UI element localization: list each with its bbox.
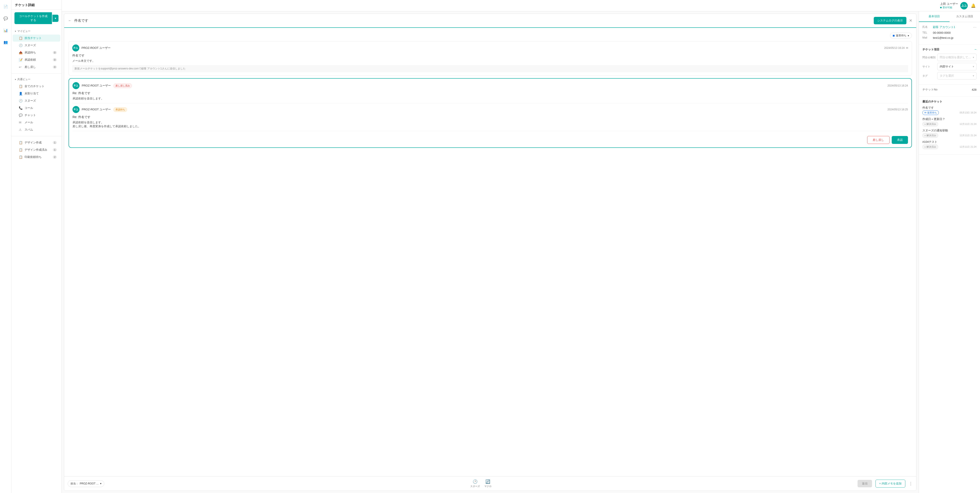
sidebar-item-rejected[interactable]: ↩ 差し戻し 0 xyxy=(13,64,60,70)
status-bar: 返答待ち ▾ xyxy=(68,31,912,41)
recent-ticket-2-date: 12月11日 21:24 xyxy=(959,122,977,126)
user-info: 上田 ユーザー 受付可能 上ユ xyxy=(940,2,968,10)
user-details: 上田 ユーザー 受付可能 xyxy=(940,2,958,9)
sidebar-item-assigned-tickets[interactable]: 📋 担当チケット xyxy=(13,35,60,41)
assignee-select[interactable]: 担当： PROZ-ROOT … ▾ xyxy=(68,480,104,487)
contact-name-row: 氏名 顧客 アカウント1 ⋯ xyxy=(923,25,977,29)
reply-message-1: Pユ PROZ-ROOT ユーザー 差し戻し済み 2024/05/13 16:2… xyxy=(73,82,908,103)
main-content: 上田 ユーザー 受付可能 上ユ 🔔 ← 件名です システムログの表示 xyxy=(62,0,980,493)
recent-ticket-4-content: #104テスト + 解決済み 12月11日 21:24 xyxy=(923,140,977,149)
ticket-fields-section: チケット項目 − 問合せ種別 問合せ種別を選択して… ▾ サイト 内部サイ xyxy=(919,45,980,84)
reply-avatar-1: Pユ xyxy=(73,82,80,89)
tag-row: タグ タグを選択 ▾ xyxy=(923,72,977,80)
recent-ticket-item-1[interactable]: 件名です ✉ 返答待ち 05月13日 16:24 xyxy=(923,106,977,115)
name-label: 氏名 xyxy=(923,25,931,29)
common-view-title[interactable]: ▾ 共通ビュー xyxy=(11,76,62,83)
contact-mail-row: Mail test1@test.co.jp xyxy=(923,36,977,40)
footer-actions: 🕐 スヌーズ 🔄 マクロ xyxy=(470,479,492,488)
tag-placeholder: タグを選択 xyxy=(940,74,954,78)
recent-ticket-4-status: + 解決済み 12月11日 21:24 xyxy=(923,145,977,149)
tag-select[interactable]: タグを選択 ▾ xyxy=(937,72,977,80)
reply-sender-1: PROZ-ROOT ユーザー 差し戻し済み xyxy=(82,83,132,88)
sidebar: チケット詳細 コールチケットを作成する ▾ ▾ マイビュー 📋 担当チケット 🕐… xyxy=(11,0,62,493)
tab-basic[interactable]: 基本項目 xyxy=(919,11,950,22)
tel-label: TEL xyxy=(923,31,931,34)
site-row: サイト 内部サイト ▾ xyxy=(923,63,977,70)
reply-time-2: 2024/05/13 16:25 xyxy=(888,108,908,111)
assignee-label: 担当： xyxy=(70,482,78,485)
ticket-no-row: チケットNo 428 xyxy=(923,87,977,92)
reject-button[interactable]: 差し戻し xyxy=(867,136,889,144)
system-log-button[interactable]: システムログの表示 xyxy=(874,17,907,24)
email-icon: ✉ xyxy=(906,46,908,49)
sidebar-item-design[interactable]: 📋 デザイン作成 1 xyxy=(13,139,60,146)
recent-ticket-4-date: 12月11日 21:24 xyxy=(959,145,977,148)
sidebar-item-chat[interactable]: 💬 チャット xyxy=(13,112,60,119)
reply-button[interactable]: 返信 xyxy=(858,480,872,487)
recent-ticket-item-4[interactable]: #104テスト + 解決済み 12月11日 21:24 xyxy=(923,140,977,149)
site-label: サイト xyxy=(923,65,935,68)
site-select[interactable]: 内部サイト ▾ xyxy=(937,63,977,70)
reply-actions: 差し戻し 承認 xyxy=(73,134,908,144)
tab-custom[interactable]: カスタム項目 xyxy=(950,11,980,22)
avatar[interactable]: 上ユ xyxy=(960,2,968,10)
sidebar-item-call[interactable]: 📞 コール xyxy=(13,105,60,111)
tag-arrow-icon: ▾ xyxy=(973,74,974,77)
reply-body-1: 承認依頼を送信します。 xyxy=(73,97,908,100)
back-button[interactable]: ← xyxy=(68,19,72,22)
sidebar-item-print-waiting[interactable]: 📋 印刷依頼待ち 2 xyxy=(13,154,60,161)
sidebar-item-design-done[interactable]: 📋 デザイン作成済み 1 xyxy=(13,146,60,153)
more-options-button[interactable]: ⋮ xyxy=(909,481,913,486)
top-header: 上田 ユーザー 受付可能 上ユ 🔔 xyxy=(62,0,980,11)
icon-bar-item-document[interactable]: 📄 xyxy=(2,3,10,11)
recent-ticket-1-date: 05月13日 16:24 xyxy=(959,111,977,115)
status-badge[interactable]: 返答待ち ▾ xyxy=(890,33,912,38)
sidebar-item-mail[interactable]: ✉ メール xyxy=(13,119,60,126)
minus-icon[interactable]: − xyxy=(975,48,977,51)
close-button[interactable]: ✕ xyxy=(909,18,912,23)
name-value[interactable]: 顧客 アカウント1 xyxy=(933,25,971,29)
sidebar-item-approval-request[interactable]: 📝 承認依頼 0 xyxy=(13,56,60,63)
my-view-title[interactable]: ▾ マイビュー xyxy=(11,28,62,34)
add-memo-button[interactable]: + 内部メモを追加 xyxy=(875,480,905,488)
msg-time-1: 2024/05/13 16:24 ✉ xyxy=(884,46,908,49)
notification-icon[interactable]: 🔔 xyxy=(971,3,975,8)
recent-ticket-item-2[interactable]: 作成日＝更新日？ + 解決済み 12月11日 21:24 xyxy=(923,117,977,126)
sidebar-item-snooze-my[interactable]: 🕐 スヌーズ xyxy=(13,42,60,49)
badge-pending: 承認待ち xyxy=(113,107,127,112)
ticket-fields-title: チケット項目 xyxy=(923,48,939,51)
recent-ticket-3-status: + 解決済み 12月11日 21:24 xyxy=(923,133,977,138)
approve-button[interactable]: 承認 xyxy=(892,136,908,144)
recent-ticket-1-title: 件名です xyxy=(923,106,977,110)
sidebar-item-snooze-common[interactable]: 🕐 スヌーズ xyxy=(13,97,60,104)
assigned-tickets-icon: 📋 xyxy=(19,37,23,40)
more-icon[interactable]: ⋯ xyxy=(973,25,977,29)
tag-label: タグ xyxy=(923,74,935,78)
right-panel: 基本項目 カスタム項目 氏名 顧客 アカウント1 ⋯ TEL 00-0000-0… xyxy=(919,11,980,493)
create-ticket-arrow[interactable]: ▾ xyxy=(52,15,59,22)
sidebar-item-spam[interactable]: ⚠ スパム xyxy=(13,126,60,133)
recent-ticket-2-content: 作成日＝更新日？ + 解決済み 12月11日 21:24 xyxy=(923,117,977,126)
icon-bar-item-chat[interactable]: 💬 xyxy=(2,14,10,22)
sidebar-item-approval-waiting[interactable]: 📤 承認待ち 0 xyxy=(13,49,60,56)
user-name: 上田 ユーザー xyxy=(940,2,958,6)
message-header: Pユ PROZ-ROOT ユーザー 2024/05/13 16:24 ✉ xyxy=(72,45,908,51)
icon-bar-item-chart[interactable]: 📊 xyxy=(2,26,10,34)
inquiry-select[interactable]: 問合せ種別を選択して… ▾ xyxy=(937,54,977,61)
reply-sender-2: PROZ-ROOT ユーザー 承認待ち xyxy=(82,107,127,112)
create-ticket-button[interactable]: コールチケットを作成する xyxy=(14,12,52,24)
macro-button[interactable]: 🔄 マクロ xyxy=(484,479,492,488)
reply-message-2: Pユ PROZ-ROOT ユーザー 承認待ち 2024/05/13 16:25 … xyxy=(73,106,908,131)
status-square-icon xyxy=(893,35,894,37)
contact-tel-row: TEL 00-0000-0000 xyxy=(923,31,977,34)
icon-bar-item-users[interactable]: 👥 xyxy=(2,38,10,46)
recent-ticket-2-title: 作成日＝更新日？ xyxy=(923,117,977,121)
sidebar-item-unassigned[interactable]: 👤 未割り当て xyxy=(13,90,60,97)
snooze-icon: 🕐 xyxy=(19,44,23,47)
sidebar-item-all-tickets[interactable]: 📋 全てのチケット xyxy=(13,83,60,90)
message-card-first: Pユ PROZ-ROOT ユーザー 2024/05/13 16:24 ✉ 件名で… xyxy=(68,41,912,76)
snooze-button[interactable]: 🕐 スヌーズ xyxy=(470,479,480,488)
call-icon: 📞 xyxy=(19,106,23,110)
recent-ticket-item-3[interactable]: スヌーズの通知挙動 + 解決済み 12月11日 21:24 xyxy=(923,129,977,138)
recent-ticket-2-status: + 解決済み 12月11日 21:24 xyxy=(923,122,977,126)
